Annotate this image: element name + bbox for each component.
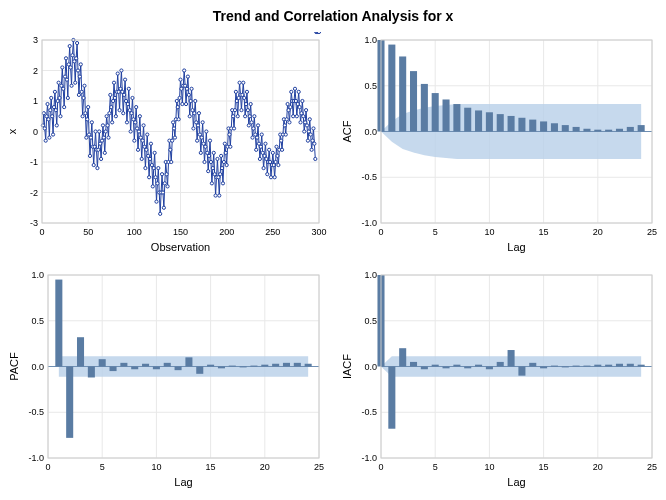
svg-point-283 — [277, 163, 280, 166]
svg-rect-365 — [497, 114, 504, 131]
svg-point-168 — [171, 139, 174, 142]
svg-point-183 — [184, 102, 187, 105]
timeseries-panel: -3-2-10123050100150200250300xObservation — [0, 28, 333, 263]
svg-point-256 — [252, 127, 255, 130]
svg-point-314 — [305, 124, 308, 127]
svg-point-282 — [276, 154, 279, 157]
svg-point-237 — [234, 90, 237, 93]
svg-point-76 — [86, 118, 89, 121]
svg-rect-461 — [443, 367, 450, 369]
svg-point-132 — [137, 130, 140, 133]
svg-point-147 — [151, 185, 154, 188]
svg-point-49 — [61, 66, 64, 69]
svg-point-253 — [249, 102, 252, 105]
svg-text:1: 1 — [33, 96, 38, 106]
svg-point-144 — [148, 157, 151, 160]
svg-point-235 — [232, 127, 235, 130]
svg-rect-465 — [486, 367, 493, 370]
svg-point-143 — [148, 176, 151, 179]
svg-rect-370 — [551, 123, 558, 131]
svg-text:25: 25 — [647, 227, 657, 237]
svg-point-287 — [280, 148, 283, 151]
svg-point-99 — [107, 136, 110, 139]
svg-text:5: 5 — [100, 462, 105, 472]
svg-rect-473 — [573, 366, 580, 367]
svg-text:50: 50 — [83, 227, 93, 237]
svg-text:Lag: Lag — [174, 476, 192, 488]
svg-rect-406 — [66, 367, 73, 438]
svg-point-159 — [162, 206, 165, 209]
svg-point-303 — [295, 115, 298, 118]
svg-rect-458 — [410, 362, 417, 367]
svg-point-197 — [197, 112, 200, 115]
svg-point-222 — [220, 167, 223, 170]
svg-point-155 — [159, 212, 162, 215]
svg-point-135 — [140, 157, 143, 160]
svg-point-117 — [124, 78, 127, 81]
svg-point-96 — [104, 130, 107, 133]
svg-point-211 — [210, 182, 213, 185]
svg-text:10: 10 — [484, 462, 494, 472]
svg-rect-470 — [540, 367, 547, 369]
svg-text:-0.5: -0.5 — [28, 407, 44, 417]
svg-point-133 — [138, 115, 141, 118]
svg-point-173 — [175, 99, 178, 102]
svg-point-181 — [183, 69, 186, 72]
svg-point-186 — [187, 93, 190, 96]
svg-rect-477 — [616, 364, 623, 367]
svg-rect-362 — [464, 108, 471, 132]
svg-point-306 — [298, 106, 301, 109]
svg-rect-375 — [605, 130, 612, 132]
svg-rect-417 — [185, 357, 192, 366]
svg-point-152 — [156, 182, 159, 185]
svg-point-53 — [64, 57, 67, 60]
svg-rect-422 — [240, 367, 247, 368]
svg-rect-424 — [261, 365, 268, 367]
svg-point-94 — [102, 136, 105, 139]
acf-panel: -1.0-0.50.00.51.00510152025ACFLag — [333, 28, 666, 263]
svg-rect-423 — [250, 366, 257, 367]
svg-rect-357 — [410, 71, 417, 131]
svg-point-105 — [112, 81, 115, 84]
svg-text:Lag: Lag — [507, 241, 525, 253]
svg-rect-360 — [443, 99, 450, 131]
svg-point-187 — [188, 115, 191, 118]
svg-point-124 — [130, 112, 133, 115]
svg-point-213 — [212, 151, 215, 154]
main-title: Trend and Correlation Analysis for x — [0, 0, 666, 28]
svg-rect-413 — [142, 364, 149, 367]
svg-text:ACF: ACF — [341, 120, 353, 142]
svg-rect-426 — [283, 363, 290, 367]
svg-rect-376 — [616, 129, 623, 132]
svg-point-293 — [286, 102, 289, 105]
svg-point-98 — [106, 124, 109, 127]
svg-point-291 — [284, 133, 287, 136]
svg-text:250: 250 — [265, 227, 280, 237]
svg-point-166 — [169, 148, 172, 151]
svg-text:2: 2 — [33, 66, 38, 76]
svg-point-66 — [76, 69, 79, 72]
svg-rect-428 — [305, 364, 312, 367]
svg-rect-459 — [421, 367, 428, 370]
svg-rect-372 — [573, 127, 580, 132]
svg-point-158 — [161, 191, 164, 194]
svg-point-323 — [314, 157, 317, 160]
svg-point-170 — [172, 127, 175, 130]
svg-point-89 — [98, 130, 101, 133]
svg-point-46 — [58, 96, 61, 99]
iacf-panel: -1.0-0.50.00.51.00510152025IACFLag — [333, 263, 666, 498]
svg-text:-0.5: -0.5 — [361, 172, 377, 182]
svg-point-217 — [216, 157, 219, 160]
svg-text:PACF: PACF — [8, 352, 20, 381]
svg-text:200: 200 — [219, 227, 234, 237]
svg-point-67 — [77, 93, 80, 96]
svg-point-296 — [289, 106, 292, 109]
svg-point-116 — [123, 93, 126, 96]
svg-point-37 — [50, 96, 53, 99]
svg-point-245 — [242, 81, 245, 84]
svg-point-34 — [47, 118, 50, 121]
svg-text:0: 0 — [39, 227, 44, 237]
svg-rect-361 — [453, 104, 460, 131]
svg-point-30 — [43, 127, 46, 130]
svg-point-70 — [80, 90, 83, 93]
